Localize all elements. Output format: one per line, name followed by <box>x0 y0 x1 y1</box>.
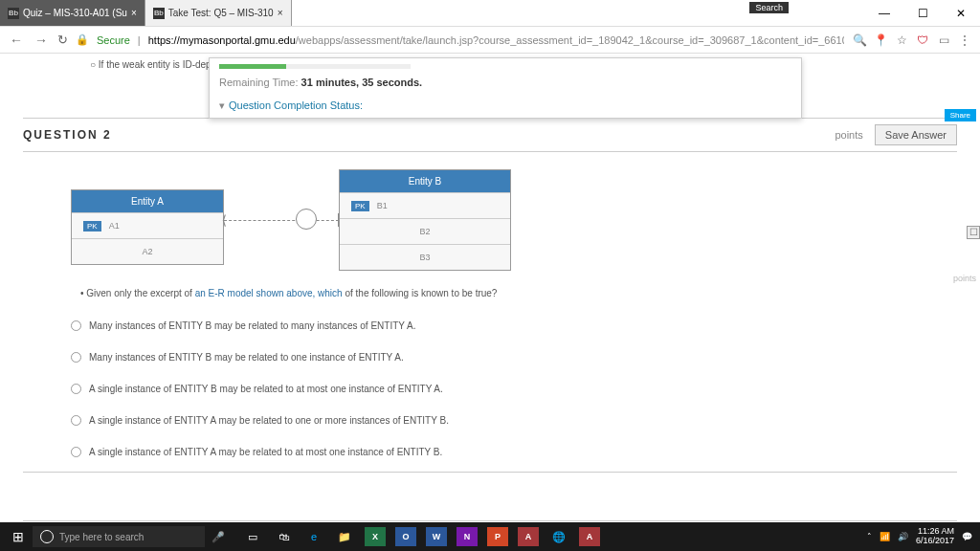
excel-icon[interactable]: X <box>362 525 389 548</box>
option-2[interactable]: A single instance of ENTITY B may be rel… <box>71 377 957 401</box>
sidebar-points: points <box>953 274 976 283</box>
tab-label: Quiz – MIS-310-A01 (Su <box>23 8 127 18</box>
er-diagram: Entity A PKA1 A2 ⟩ Entity B PKB1 B2 B3 <box>71 169 957 271</box>
cardinality-circle-icon <box>296 209 317 230</box>
close-button[interactable]: ✕ <box>942 0 980 27</box>
radio-button[interactable] <box>71 352 81 363</box>
share-button[interactable]: Share <box>945 109 976 121</box>
option-text: Many instances of ENTITY B may be relate… <box>89 352 404 363</box>
option-4[interactable]: A single instance of ENTITY A may be rel… <box>71 440 957 464</box>
option-text: A single instance of ENTITY A may be rel… <box>89 447 442 457</box>
browser-tab-1[interactable]: Bb Take Test: Q5 – MIS-310 × <box>145 0 292 26</box>
zoom-icon[interactable]: 🔍 <box>852 33 867 48</box>
option-0[interactable]: Many instances of ENTITY B may be relate… <box>71 314 957 338</box>
timer-value: 31 minutes, 35 seconds. <box>301 77 423 88</box>
radio-button[interactable] <box>71 320 81 331</box>
access-icon[interactable]: A <box>515 525 542 548</box>
attr: A2 <box>142 247 152 256</box>
attr: A1 <box>109 221 120 231</box>
timer-label: Remaining Time: <box>219 77 299 88</box>
attr: B1 <box>377 201 388 210</box>
favicon: Bb <box>8 8 19 19</box>
star-icon[interactable]: ☆ <box>894 33 909 48</box>
clock-date: 6/16/2017 <box>916 537 954 546</box>
url-host: https://mymasonportal.gmu.edu <box>148 34 296 46</box>
option-1[interactable]: Many instances of ENTITY B may be relate… <box>71 345 957 369</box>
tab-label: Take Test: Q5 – MIS-310 <box>168 8 274 18</box>
expand-icon[interactable]: ☐ <box>967 226 980 239</box>
entity-b: Entity B PKB1 B2 B3 <box>339 169 511 271</box>
radio-button[interactable] <box>71 447 81 457</box>
radio-button[interactable] <box>71 415 81 426</box>
completion-status-label[interactable]: Question Completion Status: <box>229 99 363 111</box>
progress-bar <box>219 64 411 69</box>
url-field[interactable]: https://mymasonportal.gmu.edu/webapps/as… <box>148 34 844 46</box>
attr: B3 <box>419 253 430 262</box>
option-3[interactable]: A single instance of ENTITY A may be rel… <box>71 408 957 432</box>
menu-icon[interactable]: ⋮ <box>957 33 972 48</box>
word-icon[interactable]: W <box>423 525 450 548</box>
start-button[interactable]: ⊞ <box>4 529 33 544</box>
notifications-icon[interactable]: 💬 <box>962 532 972 541</box>
task-view-icon[interactable]: ▭ <box>239 525 266 548</box>
minimize-button[interactable]: — <box>865 0 903 27</box>
location-icon[interactable]: 📍 <box>873 33 888 48</box>
cortana-icon <box>40 530 54 543</box>
address-bar: ← → ↻ 🔒 Secure | https://mymasonportal.g… <box>0 27 980 54</box>
lock-icon: 🔒 <box>76 33 89 46</box>
back-button[interactable]: ← <box>8 33 25 48</box>
powerpoint-icon[interactable]: P <box>484 525 511 548</box>
option-text: Many instances of ENTITY B may be relate… <box>89 320 415 331</box>
entity-b-header: Entity B <box>340 170 510 192</box>
forward-button[interactable]: → <box>33 33 50 48</box>
close-icon[interactable]: × <box>278 8 283 18</box>
question-stem: • Given only the excerpt of an E-R model… <box>80 288 957 298</box>
volume-icon[interactable]: 🔊 <box>898 532 908 541</box>
titlebar-search[interactable]: Search <box>749 2 789 13</box>
reload-button[interactable]: ↻ <box>57 33 68 47</box>
onenote-icon[interactable]: N <box>454 525 480 548</box>
browser-tab-0[interactable]: Bb Quiz – MIS-310-A01 (Su × <box>0 0 145 26</box>
question-2: QUESTION 2 points Save Answer Entity A P… <box>23 118 957 473</box>
mic-icon[interactable]: 🎤 <box>205 525 232 548</box>
points-label: points <box>835 129 862 141</box>
chrome-icon[interactable]: 🌐 <box>546 525 572 548</box>
entity-a: Entity A PKA1 A2 <box>71 189 224 265</box>
timer-panel: Remaining Time: 31 minutes, 35 seconds. … <box>209 57 802 119</box>
secure-label: Secure <box>97 34 130 46</box>
pk-badge: PK <box>351 201 369 211</box>
radio-button[interactable] <box>71 384 81 394</box>
chevron-down-icon[interactable]: ▾ <box>219 99 225 111</box>
relationship-line: ⟩ <box>224 219 339 221</box>
access2-icon[interactable]: A <box>576 525 603 548</box>
url-path: /webapps/assessment/take/launch.jsp?cour… <box>296 34 844 46</box>
attr: B2 <box>419 227 430 236</box>
save-answer-button[interactable]: Save Answer <box>875 124 957 145</box>
cast-icon[interactable]: ▭ <box>936 33 951 48</box>
windows-taskbar: ⊞ Type here to search 🎤 ▭ 🛍 e 📁 X O W N … <box>0 522 980 551</box>
pk-badge: PK <box>83 221 101 231</box>
store-icon[interactable]: 🛍 <box>270 525 297 548</box>
favicon: Bb <box>153 8 165 19</box>
maximize-button[interactable]: ☐ <box>903 0 942 27</box>
option-text: A single instance of ENTITY A may be rel… <box>89 415 449 426</box>
extension-icon[interactable]: 🛡 <box>915 33 930 48</box>
explorer-icon[interactable]: 📁 <box>331 525 358 548</box>
chevron-up-icon[interactable]: ˄ <box>867 532 872 541</box>
entity-a-header: Entity A <box>72 190 223 212</box>
crows-foot-icon: ⟩ <box>222 212 227 228</box>
clock[interactable]: 11:26 AM 6/16/2017 <box>916 527 954 546</box>
wifi-icon[interactable]: 📶 <box>880 532 890 541</box>
taskbar-search[interactable]: Type here to search <box>33 526 205 547</box>
close-icon[interactable]: × <box>131 8 137 18</box>
edge-icon[interactable]: e <box>301 525 327 548</box>
option-text: A single instance of ENTITY B may be rel… <box>89 384 443 394</box>
page-content: Share ○ If the weak entity is ID-dep Rem… <box>0 54 980 522</box>
question-title: QUESTION 2 <box>23 128 112 142</box>
outlook-icon[interactable]: O <box>392 525 419 548</box>
search-placeholder: Type here to search <box>59 532 144 542</box>
browser-titlebar: Bb Quiz – MIS-310-A01 (Su × Bb Take Test… <box>0 0 980 27</box>
